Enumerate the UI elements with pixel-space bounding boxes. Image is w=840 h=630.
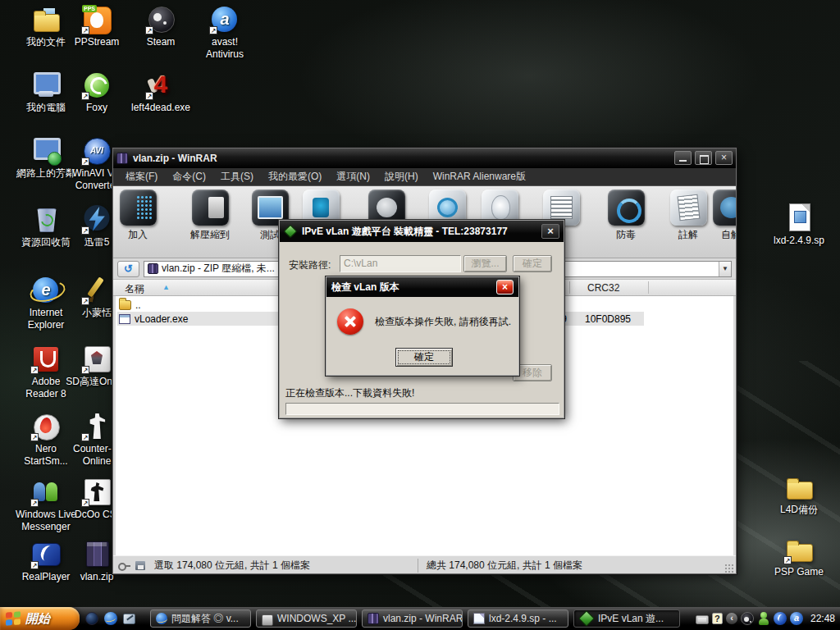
- desktop-icon-steam[interactable]: ↗Steam: [130, 3, 192, 48]
- sd-gundam-online-icon: ↗: [80, 343, 113, 374]
- ie-icon: [156, 613, 167, 624]
- task-button-3[interactable]: lxd-2.4.9.sp - ...: [468, 609, 568, 628]
- tray-steam-icon[interactable]: [741, 612, 754, 625]
- error-ok-button[interactable]: 確定: [395, 348, 453, 367]
- toolbar-button-virus-scan[interactable]: 防毒: [602, 189, 650, 242]
- shortcut-arrow-icon: ↗: [81, 366, 89, 374]
- windows-logo-icon: [6, 611, 21, 626]
- shortcut-arrow-icon: ↗: [30, 433, 39, 441]
- minimize-button[interactable]: [674, 151, 692, 165]
- quick-launch: [85, 607, 135, 630]
- maximize-button[interactable]: [695, 151, 712, 165]
- tray-help-icon[interactable]: ?: [712, 613, 723, 624]
- menu-item-5[interactable]: 說明(H): [377, 168, 426, 185]
- up-one-level-button[interactable]: ↺: [117, 261, 139, 277]
- task-button-1[interactable]: WINDOWS_XP ...: [256, 609, 357, 628]
- desktop-icon-avast-antivirus[interactable]: a↗avast! Antivirus: [194, 3, 256, 61]
- key-icon[interactable]: [118, 560, 130, 571]
- vlan-app-icon: [284, 225, 298, 239]
- task-button-2[interactable]: vlan.zip - WinRAR: [362, 609, 463, 628]
- installer-close-button[interactable]: ×: [541, 224, 559, 239]
- desktop-icon-foxy[interactable]: ↗Foxy: [66, 69, 128, 114]
- winrar-title-bar[interactable]: vlan.zip - WinRAR ×: [113, 148, 736, 168]
- error-dialog-title-bar[interactable]: 檢查 vLan 版本 ×: [326, 277, 518, 297]
- menu-item-0[interactable]: 檔案(F): [118, 168, 165, 185]
- tray-collapse-chevron-icon[interactable]: ‹: [726, 613, 737, 624]
- toolbar-button-sfx[interactable]: 自解: [707, 189, 737, 242]
- desktop-icon-ppstream[interactable]: PPS↗PPStream: [66, 3, 128, 48]
- menu-item-2[interactable]: 工具(S): [213, 168, 261, 185]
- menu-item-4[interactable]: 選項(N): [329, 168, 377, 185]
- sfx-icon: [713, 189, 737, 226]
- tray-keyboard-icon[interactable]: [696, 615, 709, 624]
- nero-startsmart-icon: ↗: [30, 410, 62, 441]
- desktop-icon-psp-game-folder[interactable]: ↗PSP Game: [768, 533, 830, 578]
- desktop-icon-l4d-backup-folder[interactable]: L4D備份: [768, 471, 830, 516]
- desktop-icon-lxd-sp-file[interactable]: lxd-2.4.9.sp: [768, 202, 830, 247]
- toolbar-button-extract-to[interactable]: 解壓縮到: [186, 189, 234, 242]
- toolbar-button-comment[interactable]: 註解: [664, 189, 712, 242]
- menu-item-1[interactable]: 命令(C): [165, 168, 213, 185]
- tray-realplayer-icon[interactable]: [774, 612, 787, 625]
- desktop-icon-label: L4D備份: [768, 504, 830, 516]
- installer-progress-bar: [285, 403, 559, 415]
- shortcut-arrow-icon: ↗: [81, 499, 89, 507]
- shortcut-arrow-icon: ↗: [30, 499, 39, 507]
- winrar-app-icon: [116, 153, 128, 164]
- thunder5-icon: ↗: [80, 203, 113, 235]
- browse-button[interactable]: 瀏覽...: [463, 255, 507, 272]
- winavi-converter-icon: AVI↗: [80, 135, 113, 166]
- task-button-label: 問題解答 ◎ v...: [171, 612, 239, 626]
- desktop-icon-left4dead[interactable]: 4↗left4dead.exe: [130, 69, 192, 114]
- start-label: 開始: [25, 611, 50, 627]
- error-close-button[interactable]: ×: [496, 280, 514, 294]
- resize-grip[interactable]: [724, 564, 734, 573]
- task-button-4[interactable]: IPvE vLan 遊...: [573, 609, 680, 628]
- shortcut-arrow-icon: ↗: [81, 433, 89, 441]
- sort-ascending-icon: ▲: [162, 283, 170, 291]
- taskbar-clock: 22:48: [810, 613, 835, 624]
- tray-avast-icon[interactable]: a: [790, 612, 803, 625]
- desktop-icon-label: Steam: [130, 36, 192, 48]
- install-path-input[interactable]: C:\vLan: [340, 255, 461, 272]
- column-separator[interactable]: [569, 281, 570, 294]
- drive-icon: [262, 614, 273, 626]
- windows-live-messenger-icon: ↗: [30, 476, 62, 507]
- desktop-icon-label: PSP Game: [768, 566, 830, 578]
- file-name: ..: [135, 299, 141, 311]
- toolbar-button-label: 註解: [664, 228, 712, 242]
- shortcut-arrow-icon: ↗: [145, 92, 153, 100]
- column-crc32[interactable]: CRC32: [587, 282, 619, 294]
- quick-launch-show-desktop-icon[interactable]: [123, 614, 135, 624]
- vlan-icon: [578, 610, 595, 627]
- dcoo-cs-icon: ↗: [80, 476, 113, 507]
- tray-messenger-icon[interactable]: [757, 612, 770, 625]
- close-button[interactable]: ×: [715, 151, 733, 165]
- combobox-dropdown-icon[interactable]: ▼: [719, 262, 731, 276]
- installer-ok-button[interactable]: 確定: [513, 255, 552, 272]
- toolbar-button-label: 解壓縮到: [186, 228, 234, 242]
- toolbar-button-add[interactable]: 加入: [114, 189, 162, 242]
- column-separator[interactable]: [648, 281, 649, 294]
- column-name[interactable]: 名稱: [125, 282, 144, 296]
- vlan-zip-file-icon: [80, 538, 113, 569]
- menu-item-6[interactable]: WinRAR Alienware版: [426, 168, 533, 185]
- desktop-icon-label: Foxy: [66, 102, 128, 114]
- disk-icon[interactable]: [135, 560, 147, 571]
- add-icon: [120, 189, 157, 226]
- error-dialog-body: 檢查版本操作失敗, 請稍後再試. 確定: [326, 297, 518, 375]
- shortcut-arrow-icon: ↗: [30, 561, 39, 569]
- installer-dialog-title-bar[interactable]: IPvE vLan 遊戲平台 裝載精靈 - TEL:23873177 ×: [280, 221, 564, 242]
- internet-explorer-icon: e: [30, 274, 62, 305]
- task-button-0[interactable]: 問題解答 ◎ v...: [150, 609, 251, 628]
- start-button[interactable]: 開始: [0, 607, 80, 630]
- quick-launch-foxy-icon[interactable]: [85, 612, 98, 625]
- system-tray: ?‹a22:48: [696, 607, 838, 630]
- shortcut-arrow-icon: ↗: [783, 556, 792, 564]
- menu-item-3[interactable]: 我的最愛(O): [261, 168, 329, 185]
- desktop-icon-label: left4dead.exe: [130, 102, 192, 114]
- comment-icon: [670, 189, 707, 226]
- shortcut-arrow-icon: ↗: [81, 92, 89, 100]
- task-button-label: IPvE vLan 遊...: [598, 612, 664, 626]
- quick-launch-internet-explorer-icon[interactable]: [104, 612, 117, 625]
